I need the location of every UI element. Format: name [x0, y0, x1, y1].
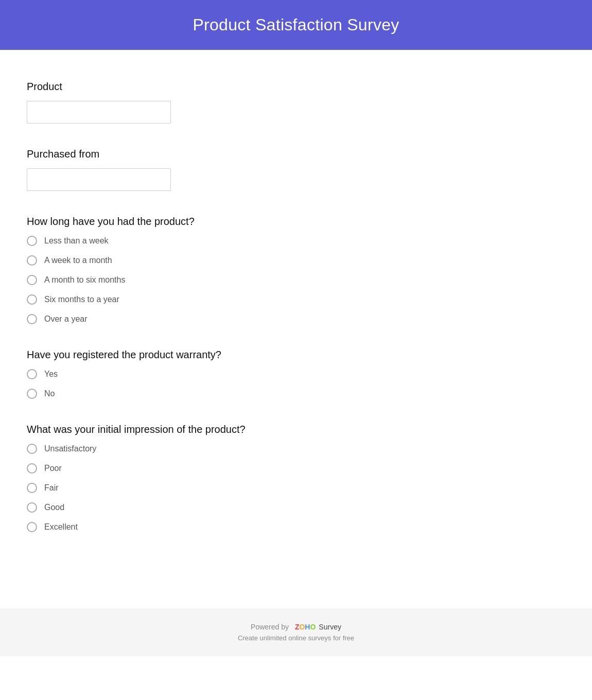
radio-poor-label: Poor: [44, 464, 62, 473]
survey-body: Product Purchased from How long have you…: [0, 50, 463, 577]
question-how-long: How long have you had the product? Less …: [27, 216, 437, 324]
survey-word: Survey: [319, 623, 341, 631]
radio-month-to-six-label: A month to six months: [44, 275, 125, 285]
radio-unsatisfactory[interactable]: Unsatisfactory: [27, 444, 437, 454]
radio-over-year-input[interactable]: [27, 314, 37, 324]
purchased-from-input[interactable]: [27, 168, 171, 191]
question-warranty-label: Have you registered the product warranty…: [27, 349, 437, 361]
product-input[interactable]: [27, 101, 171, 124]
radio-warranty-yes-label: Yes: [44, 370, 58, 379]
radio-warranty-no-label: No: [44, 389, 55, 398]
radio-warranty-no-input[interactable]: [27, 389, 37, 399]
question-impression-label: What was your initial impression of the …: [27, 424, 437, 435]
radio-less-than-week-label: Less than a week: [44, 236, 109, 246]
footer-sub-text: Create unlimited online surveys for free: [10, 634, 582, 642]
radio-excellent[interactable]: Excellent: [27, 522, 437, 532]
radio-unsatisfactory-label: Unsatisfactory: [44, 444, 96, 453]
zoho-o1-letter: O: [299, 623, 305, 631]
question-impression: What was your initial impression of the …: [27, 424, 437, 532]
radio-six-months-to-year-input[interactable]: [27, 294, 37, 305]
radio-poor-input[interactable]: [27, 463, 37, 474]
radio-six-months-to-year-label: Six months to a year: [44, 295, 119, 304]
zoho-o2-letter: O: [310, 623, 316, 631]
radio-good[interactable]: Good: [27, 502, 437, 513]
radio-warranty-no[interactable]: No: [27, 389, 437, 399]
survey-title: Product Satisfaction Survey: [193, 15, 399, 34]
question-how-long-label: How long have you had the product?: [27, 216, 437, 227]
zoho-z-letter: Z: [295, 623, 300, 631]
question-product: Product: [27, 81, 437, 124]
radio-week-to-month-input[interactable]: [27, 255, 37, 266]
footer-powered-by: Powered by ZOHO Survey: [10, 623, 582, 631]
zoho-h-letter: H: [305, 623, 310, 631]
radio-good-input[interactable]: [27, 502, 37, 513]
radio-warranty-yes[interactable]: Yes: [27, 369, 437, 379]
radio-week-to-month[interactable]: A week to a month: [27, 255, 437, 266]
radio-less-than-week[interactable]: Less than a week: [27, 236, 437, 246]
radio-fair-input[interactable]: [27, 483, 37, 493]
radio-unsatisfactory-input[interactable]: [27, 444, 37, 454]
zoho-logo: ZOHO: [295, 623, 316, 631]
radio-excellent-label: Excellent: [44, 522, 78, 532]
question-purchased-from: Purchased from: [27, 148, 437, 191]
radio-month-to-six[interactable]: A month to six months: [27, 275, 437, 285]
survey-footer: Powered by ZOHO Survey Create unlimited …: [0, 608, 592, 656]
powered-by-text: Powered by: [251, 623, 289, 631]
radio-six-months-to-year[interactable]: Six months to a year: [27, 294, 437, 305]
radio-excellent-input[interactable]: [27, 522, 37, 532]
radio-poor[interactable]: Poor: [27, 463, 437, 474]
radio-warranty-yes-input[interactable]: [27, 369, 37, 379]
radio-fair[interactable]: Fair: [27, 483, 437, 493]
question-purchased-label: Purchased from: [27, 148, 437, 160]
question-product-label: Product: [27, 81, 437, 93]
radio-week-to-month-label: A week to a month: [44, 256, 112, 265]
survey-header: Product Satisfaction Survey: [0, 0, 592, 50]
question-warranty: Have you registered the product warranty…: [27, 349, 437, 399]
radio-over-year[interactable]: Over a year: [27, 314, 437, 324]
radio-over-year-label: Over a year: [44, 314, 88, 324]
radio-less-than-week-input[interactable]: [27, 236, 37, 246]
radio-fair-label: Fair: [44, 483, 59, 493]
radio-month-to-six-input[interactable]: [27, 275, 37, 285]
radio-good-label: Good: [44, 503, 64, 512]
